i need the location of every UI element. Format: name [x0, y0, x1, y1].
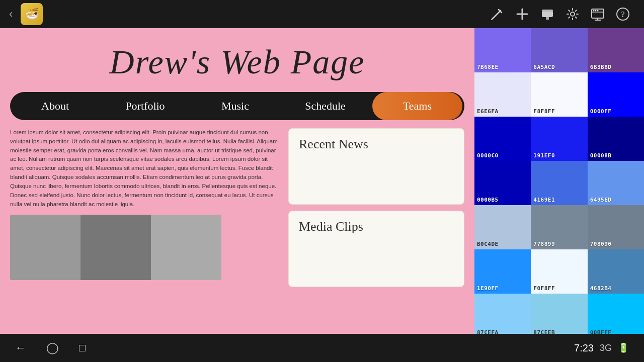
nav-about[interactable]: About — [10, 92, 100, 120]
content-area: Lorem ipsum dolor sit amet, consectetur … — [0, 120, 474, 362]
settings-icon[interactable] — [565, 6, 581, 22]
color-swatch-B0C4DE[interactable]: B0C4DE — [474, 205, 531, 249]
battery-icon: 🔋 — [618, 342, 629, 353]
recent-news-card: Recent News — [288, 128, 464, 205]
right-content: Recent News Media Clips — [288, 128, 464, 357]
svg-text:?: ? — [621, 10, 624, 19]
video-segment-2 — [80, 215, 151, 280]
color-swatch-00008B[interactable]: 00008B — [588, 117, 644, 161]
add-icon[interactable] — [514, 6, 530, 22]
color-swatch-191EF0[interactable]: 191EF0 — [531, 117, 587, 161]
nav-portfolio[interactable]: Portfolio — [100, 92, 190, 120]
back-button[interactable]: ‹ — [5, 6, 17, 23]
pen-icon[interactable] — [489, 6, 505, 22]
recents-nav-icon[interactable]: □ — [79, 341, 86, 354]
color-swatch-87CEFA[interactable]: 87CEFA — [474, 294, 531, 338]
media-clips-title: Media Clips — [299, 219, 454, 234]
color-swatch-778899[interactable]: 778899 — [531, 205, 587, 249]
svg-rect-7 — [542, 10, 553, 12]
video-segment-1 — [10, 215, 80, 280]
color-swatch-F8F8FF[interactable]: F8F8FF — [531, 72, 587, 117]
video-segment-3 — [151, 215, 221, 280]
color-swatch-00BFFF[interactable]: 00BFFF — [588, 294, 644, 338]
media-clips-body — [299, 238, 454, 279]
svg-line-2 — [492, 18, 494, 20]
color-swatch-1E90FF[interactable]: 1E90FF — [474, 249, 531, 294]
color-swatch-0000B5[interactable]: 0000B5 — [474, 161, 531, 205]
color-swatch-0000C0[interactable]: 0000C0 — [474, 117, 531, 161]
color-swatch-6B3B8D[interactable]: 6B3B8D — [588, 28, 644, 72]
color-palette-panel: 7B68EE6A5ACD6B3B8DE6E6FAF8F8FF0000FF0000… — [474, 28, 644, 362]
bottom-right-info: 7:23 3G 🔋 — [574, 342, 629, 354]
back-nav-icon[interactable]: ← — [15, 341, 26, 354]
recent-news-body — [299, 156, 454, 196]
paint-icon[interactable] — [539, 6, 555, 22]
color-swatch-87CEEB[interactable]: 87CEEB — [531, 294, 587, 338]
bottom-nav-left: ← ◯ □ — [15, 341, 86, 354]
video-placeholder — [10, 215, 221, 280]
svg-point-13 — [597, 10, 599, 12]
nav-music[interactable]: Music — [190, 92, 280, 120]
network-indicator: 3G — [600, 343, 612, 353]
left-content: Lorem ipsum dolor sit amet, consectetur … — [10, 128, 280, 357]
lorem-text: Lorem ipsum dolor sit amet, consectetur … — [10, 128, 280, 209]
browser-icon[interactable] — [590, 6, 606, 22]
color-swatch-E6E6FA[interactable]: E6E6FA — [474, 72, 531, 117]
app-icon[interactable]: 🍜 — [21, 3, 43, 25]
media-clips-card: Media Clips — [288, 211, 464, 287]
nav-teams[interactable]: Teams — [372, 92, 462, 120]
clock: 7:23 — [574, 342, 594, 354]
color-swatch-7B68EE[interactable]: 7B68EE — [474, 28, 531, 72]
svg-point-8 — [571, 12, 575, 16]
nav-bar: About Portfolio Music Schedule Teams — [10, 92, 464, 120]
page-title: Drew's Web Page — [0, 28, 474, 92]
svg-point-11 — [593, 10, 595, 12]
main-area: Drew's Web Page About Portfolio Music Sc… — [0, 28, 644, 362]
help-icon[interactable]: ? — [615, 6, 631, 22]
toolbar-left: ‹ 🍜 — [5, 3, 43, 25]
svg-rect-6 — [546, 17, 549, 20]
color-swatch-6A5ACD[interactable]: 6A5ACD — [531, 28, 587, 72]
toolbar-right: ? — [489, 6, 639, 22]
toolbar: ‹ 🍜 — [0, 0, 644, 28]
recent-news-title: Recent News — [299, 137, 454, 152]
color-swatch-4682B4[interactable]: 4682B4 — [588, 249, 644, 294]
svg-point-12 — [595, 10, 597, 12]
webpage-preview: Drew's Web Page About Portfolio Music Sc… — [0, 28, 474, 362]
color-swatch-0000FF[interactable]: 0000FF — [588, 72, 644, 117]
color-swatch-F0F8FF[interactable]: F0F8FF — [531, 249, 587, 294]
bottom-bar: ← ◯ □ 7:23 3G 🔋 — [0, 334, 644, 362]
color-swatch-4169E1[interactable]: 4169E1 — [531, 161, 587, 205]
color-swatch-6495ED[interactable]: 6495ED — [588, 161, 644, 205]
app-icon-glyph: 🍜 — [25, 8, 39, 21]
home-nav-icon[interactable]: ◯ — [46, 341, 59, 354]
color-swatch-708090[interactable]: 708090 — [588, 205, 644, 249]
nav-schedule[interactable]: Schedule — [280, 92, 370, 120]
